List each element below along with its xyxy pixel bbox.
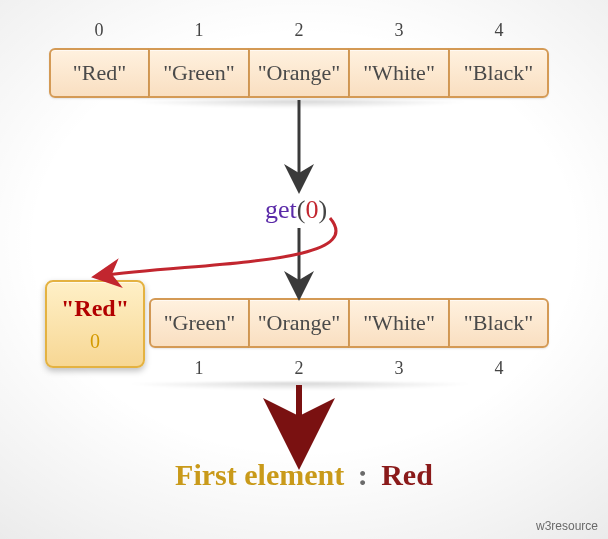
diagram-stage: 0 1 2 3 4 "Red" "Green" "Orange" "White"… — [0, 0, 608, 539]
top-cell-4: "Black" — [449, 48, 549, 98]
arrow-op-to-highlight — [100, 218, 336, 276]
result-line: First element : Red — [0, 458, 608, 492]
result-label: First element — [175, 458, 344, 491]
bottom-cell-4: "Black" — [449, 298, 549, 348]
top-cell-0: "Red" — [49, 48, 149, 98]
bottom-index-3: 3 — [379, 358, 419, 379]
top-cell-1: "Green" — [149, 48, 249, 98]
bottom-list-row: "Green" "Orange" "White" "Black" — [149, 298, 549, 348]
top-cell-3: "White" — [349, 48, 449, 98]
bottom-cell-2: "Orange" — [249, 298, 349, 348]
bottom-row-shadow — [45, 382, 555, 394]
result-value: Red — [381, 458, 433, 491]
top-index-4: 4 — [479, 20, 519, 41]
top-list-row: "Red" "Green" "Orange" "White" "Black" — [49, 48, 549, 98]
top-index-2: 2 — [279, 20, 319, 41]
top-index-3: 3 — [379, 20, 419, 41]
operation-paren-close: ) — [318, 195, 327, 224]
result-separator: : — [352, 458, 374, 491]
top-row-shadow — [49, 100, 549, 112]
highlighted-value: "Red" — [61, 295, 129, 322]
highlighted-cell-0: "Red" 0 — [45, 280, 145, 368]
bottom-cell-1: "Green" — [149, 298, 249, 348]
operation-fn: get — [265, 195, 297, 224]
bottom-cell-3: "White" — [349, 298, 449, 348]
bottom-index-1: 1 — [179, 358, 219, 379]
highlighted-index: 0 — [90, 330, 100, 353]
bottom-index-2: 2 — [279, 358, 319, 379]
watermark: w3resource — [536, 519, 598, 533]
bottom-index-4: 4 — [479, 358, 519, 379]
operation-label: get(0) — [265, 195, 327, 225]
top-index-0: 0 — [79, 20, 119, 41]
operation-arg: 0 — [305, 195, 318, 224]
top-cell-2: "Orange" — [249, 48, 349, 98]
top-index-1: 1 — [179, 20, 219, 41]
